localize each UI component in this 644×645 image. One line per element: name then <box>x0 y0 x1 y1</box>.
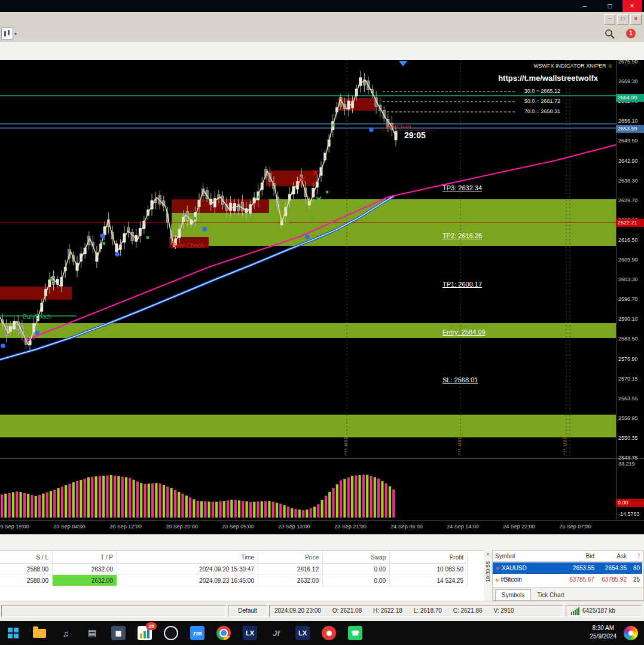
printer-icon[interactable]: ▤ <box>84 625 100 641</box>
spread-cell: 80 <box>629 562 642 574</box>
price-badge: 2653.59 <box>616 125 644 133</box>
time-scale-label: 24 Sep 22:00 <box>497 524 541 530</box>
whatsapp-icon[interactable]: ☎ <box>347 625 364 641</box>
price-scale-label: 2636.30 <box>618 178 638 184</box>
pane-separator-2[interactable] <box>0 520 644 521</box>
jf-icon[interactable]: Jf <box>268 625 285 641</box>
chrome-icon[interactable] <box>215 625 232 641</box>
indicator-axis: 33.2190.00-14.5763 <box>617 460 644 519</box>
symbol-icon: ▼ <box>495 566 500 571</box>
status-open: O: 2621.08 <box>332 607 362 614</box>
fib-level-30: 30.0 = 2665.12 <box>524 88 560 94</box>
price-scale-label: 2576.90 <box>618 356 638 362</box>
ask-cell: 2654.35 <box>597 562 629 574</box>
lx2-icon[interactable]: LX <box>294 625 311 641</box>
column-header: Profit <box>390 551 468 564</box>
trade-table-header: S / LT / PTimePriceSwapProfit <box>0 551 484 564</box>
candle-countdown: 29:05 <box>404 130 426 140</box>
record-icon[interactable] <box>321 625 337 641</box>
column-header: Swap <box>323 551 390 564</box>
bear-choch-label: Bear Choch <box>172 242 204 249</box>
price-chart-canvas[interactable] <box>0 60 616 458</box>
usd-session-marker: *** USD <box>563 436 567 455</box>
obs-icon[interactable] <box>163 625 179 641</box>
window-maximize-button[interactable]: □ <box>597 0 622 12</box>
telegram-link: https://t.me/wallstreetwolfx <box>498 74 598 83</box>
candlestick-icon <box>1 28 13 39</box>
pane-separator[interactable] <box>0 458 644 459</box>
chart-minimize-button[interactable]: – <box>604 14 615 25</box>
tab-tick-chart[interactable]: Tick Chart <box>531 590 570 600</box>
trade-cell: 2632.00 <box>258 575 323 586</box>
window-close-button[interactable]: × <box>622 0 642 12</box>
toolbar-spacer <box>0 42 644 60</box>
price-axis[interactable]: 2675.902669.302662.702656.102649.502642.… <box>617 60 644 458</box>
folder-icon[interactable] <box>31 625 48 641</box>
time-axis[interactable]: 19 Sep 19:0020 Sep 04:0020 Sep 12:0020 S… <box>0 521 616 534</box>
taskbar-clock[interactable]: 8:30 AM 25/9/2024 <box>590 624 617 641</box>
chart-window[interactable]: WSWFX INDICATOR XNIPER☺ https://t.me/wal… <box>0 60 644 534</box>
clock-time: 8:30 AM <box>590 624 617 632</box>
status-low: L: 2618.70 <box>414 607 442 614</box>
entry-label: Entry: 2584.09 <box>442 328 486 336</box>
chart-type-button[interactable]: ▾ <box>1 28 17 39</box>
time-scale-label: 19 Sep 19:00 <box>0 524 35 530</box>
symbol-row[interactable]: ◆#Bitcoin63785.6763785.9225 <box>493 574 643 585</box>
metatrader-icon[interactable]: 25 <box>136 625 153 641</box>
window-minimize-button[interactable]: – <box>572 0 597 12</box>
menu-bar: – □ × <box>0 12 644 26</box>
price-scale-label: 2550.35 <box>618 435 638 441</box>
audio-icon[interactable]: ♫ <box>57 625 74 641</box>
status-close: C: 2621.86 <box>453 607 483 614</box>
symbol-row[interactable]: ▼XAUUSD2653.552654.3580 <box>493 562 643 574</box>
chart-close-button[interactable]: × <box>630 14 642 25</box>
bid-cell: 63785.67 <box>558 574 597 585</box>
price-scale-label: 2603.30 <box>618 276 638 282</box>
price-scale-label: 2669.30 <box>618 78 638 84</box>
bid-cell: 2653.55 <box>558 562 597 574</box>
trade-cell: 2632.00 <box>53 564 117 575</box>
time-scale-label: 25 Sep 07:00 <box>553 524 597 530</box>
close-panel-button[interactable]: × <box>484 550 492 559</box>
symbol-icon: ◆ <box>495 577 499 583</box>
column-header: Symbol <box>493 551 558 562</box>
calculator-icon[interactable]: ▦ <box>110 625 127 641</box>
tab-symbols[interactable]: Symbols <box>495 589 531 600</box>
trade-cell: 0.00 <box>323 564 390 575</box>
clock-date: 25/9/2024 <box>590 632 617 641</box>
symbol-cell: ▼XAUUSD <box>493 562 558 574</box>
price-scale-label: 2656.10 <box>618 118 638 124</box>
trade-cell: 2588.00 <box>0 575 53 586</box>
price-scale-label: 2649.50 <box>618 138 638 144</box>
time-scale-label: 20 Sep 04:00 <box>47 524 91 530</box>
lx-icon[interactable]: LX <box>242 625 258 641</box>
start-button[interactable] <box>5 625 22 641</box>
zoom-icon[interactable]: zm <box>189 625 206 641</box>
taskbar: ♫▤▦25zmLXJfLX☎ 8:30 AM 25/9/2024 <box>0 621 644 645</box>
search-icon[interactable] <box>605 29 615 39</box>
chevron-down-icon: ▾ <box>14 31 17 36</box>
notification-badge[interactable]: 1 <box>626 29 636 38</box>
toolbar: ▾ 1 <box>0 26 644 42</box>
connection-status: 6425/187 kb <box>566 605 642 617</box>
time-scale-label: 23 Sep 05:00 <box>216 524 260 530</box>
indicator-scale-label: -14.5763 <box>618 511 640 517</box>
indicator-canvas[interactable] <box>0 460 616 519</box>
column-header: Price <box>258 551 323 564</box>
trade-row[interactable]: 2588.002632.002024.09.23 16:45:002632.00… <box>0 575 484 586</box>
chart-restore-button[interactable]: □ <box>617 14 628 25</box>
trade-cell: 2024.09.20 15:30:47 <box>117 564 258 575</box>
terminal-trade-panel: S / LT / PTimePriceSwapProfit2588.002632… <box>0 550 484 601</box>
trade-row[interactable]: 2588.002632.002024.09.20 15:30:472616.12… <box>0 564 484 575</box>
price-scale-label: 2616.50 <box>618 237 638 243</box>
tray-app-icon[interactable] <box>624 626 638 640</box>
indicator-badge: 0.00 <box>616 499 644 507</box>
column-header: S / L <box>0 551 53 564</box>
traffic-label: 6425/187 kb <box>582 606 615 616</box>
column-header: ! <box>629 551 642 562</box>
time-scale-label: 24 Sep 06:00 <box>384 524 429 530</box>
status-profile[interactable]: Default <box>228 605 267 617</box>
usd-session-marker: *** USD <box>457 436 462 455</box>
column-header: T / P <box>53 551 117 564</box>
price-scale-label: 2556.95 <box>618 415 638 421</box>
